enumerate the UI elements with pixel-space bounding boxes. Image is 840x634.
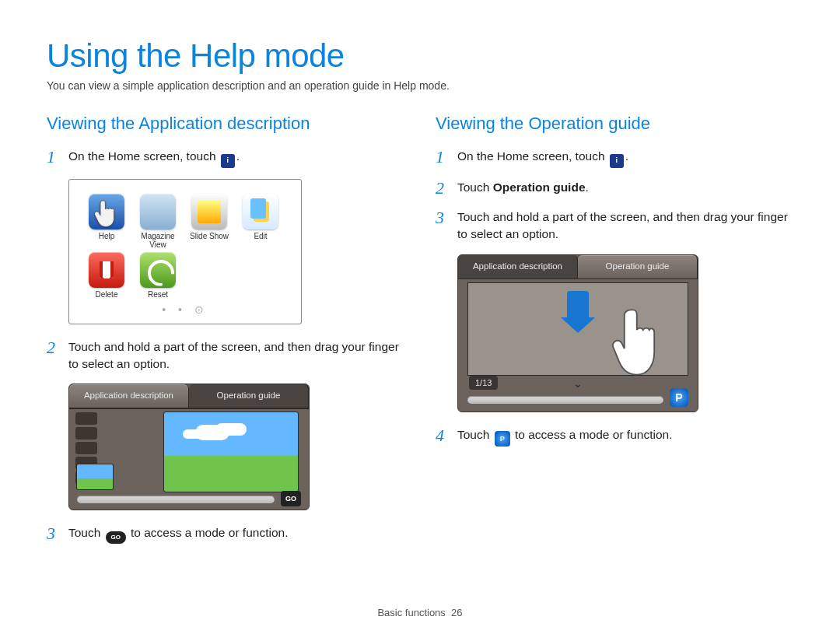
app-delete[interactable]: Delete — [85, 252, 128, 299]
step-text-pre: On the Home screen, touch — [68, 149, 219, 163]
page-footer: Basic functions 26 — [0, 607, 840, 618]
right-step-2: 2 Touch Operation guide. — [436, 179, 793, 198]
go-icon: GO — [106, 531, 126, 544]
app-label: Edit — [239, 232, 282, 240]
step-text-pre: On the Home screen, touch — [457, 149, 608, 163]
guide-icon: i — [610, 154, 624, 168]
app-magazine-view[interactable]: Magazine View — [136, 194, 180, 249]
trash-icon — [89, 252, 124, 288]
col-left: Viewing the Application description 1 On… — [47, 114, 404, 555]
app-label: Magazine View — [136, 232, 180, 249]
step-text-bold: Operation guide — [493, 180, 586, 194]
step-text: Touch Operation guide. — [457, 179, 793, 196]
step-number: 4 — [436, 426, 457, 445]
app-label: Slide Show — [187, 232, 231, 240]
tab-operation-guide[interactable]: Operation guide — [578, 255, 698, 279]
guide-area: 1/13 ⌄ P — [458, 279, 698, 412]
figure-operation-guide: Application description Operation guide … — [457, 254, 698, 412]
step-number: 2 — [436, 179, 457, 198]
figure-app-description: Application description Operation guide … — [68, 384, 310, 510]
step-number: 1 — [436, 148, 457, 166]
edit-icon — [243, 194, 278, 229]
app-help[interactable]: Help — [85, 194, 128, 249]
tab-app-description[interactable]: Application description — [69, 384, 189, 408]
app-grid: Help Magazine View Slide Show Edit Delet… — [85, 194, 285, 299]
strip-icon — [75, 412, 97, 425]
guide-frame — [467, 282, 688, 376]
app-label: Reset — [136, 290, 180, 299]
tab-app-description[interactable]: Application description — [458, 255, 578, 279]
step-number: 2 — [47, 338, 68, 357]
columns: Viewing the Application description 1 On… — [47, 114, 793, 555]
right-step-4: 4 Touch P to access a mode or function. — [436, 426, 793, 447]
step-text-post: . — [236, 149, 240, 163]
strip-icon — [75, 442, 97, 454]
step-number: 1 — [47, 148, 68, 166]
swipe-down-arrow-icon — [567, 291, 589, 317]
app-edit[interactable]: Edit — [239, 194, 282, 249]
step-number: 3 — [436, 208, 457, 227]
touch-hand-icon — [608, 305, 670, 375]
magazine-icon — [140, 194, 176, 229]
strip-icon — [75, 427, 97, 440]
heading-op-guide: Viewing the Operation guide — [436, 114, 793, 134]
step-text-post: to access a mode or function. — [512, 428, 673, 441]
page-intro: You can view a simple application descri… — [47, 79, 793, 92]
step-text: Touch P to access a mode or function. — [457, 426, 793, 447]
left-step-1: 1 On the Home screen, touch i. — [47, 148, 404, 168]
go-button[interactable]: GO — [281, 491, 301, 506]
preview-area: GO — [69, 408, 309, 510]
step-text-pre: Touch — [457, 428, 493, 441]
step-text-post: . — [625, 149, 628, 163]
app-label: Help — [85, 232, 128, 240]
left-step-3: 3 Touch GO to access a mode or function. — [47, 524, 404, 544]
chevron-down-icon[interactable]: ⌄ — [573, 377, 583, 390]
slider[interactable] — [77, 496, 275, 503]
page-title: Using the Help mode — [47, 37, 793, 75]
step-text: Touch and hold a part of the screen, and… — [68, 338, 404, 373]
page-indicator: 1/13 — [469, 376, 498, 390]
col-right: Viewing the Operation guide 1 On the Hom… — [436, 114, 793, 555]
left-step-2: 2 Touch and hold a part of the screen, a… — [47, 338, 404, 373]
footer-page: 26 — [451, 607, 462, 618]
heading-app-desc: Viewing the Application description — [47, 114, 404, 134]
app-reset[interactable]: Reset — [136, 252, 180, 299]
tab-operation-guide[interactable]: Operation guide — [189, 384, 309, 408]
step-text-post: . — [586, 180, 589, 194]
thumbnail-image — [77, 464, 113, 489]
footer-section: Basic functions — [377, 607, 445, 618]
step-text-pre: Touch — [68, 526, 104, 539]
reset-icon — [140, 252, 176, 288]
slideshow-icon — [191, 194, 227, 229]
guide-icon: i — [221, 154, 235, 168]
p-mode-icon: P — [495, 431, 510, 447]
step-text: On the Home screen, touch i. — [68, 148, 404, 168]
p-mode-button[interactable]: P — [670, 388, 688, 407]
step-text-post: to access a mode or function. — [128, 526, 289, 539]
app-label: Delete — [85, 290, 128, 299]
figure-home-screen: Help Magazine View Slide Show Edit Delet… — [68, 179, 302, 324]
step-number: 3 — [47, 524, 68, 543]
page-dots: • • ⊙ — [85, 303, 285, 316]
step-text: Touch GO to access a mode or function. — [68, 524, 404, 544]
right-step-3: 3 Touch and hold a part of the screen, a… — [436, 208, 793, 243]
tabs: Application description Operation guide — [458, 255, 698, 279]
step-text: On the Home screen, touch i. — [457, 148, 793, 168]
slider[interactable] — [467, 396, 663, 404]
right-step-1: 1 On the Home screen, touch i. — [436, 148, 793, 168]
tabs: Application description Operation guide — [69, 384, 309, 408]
preview-image — [164, 412, 298, 492]
step-text: Touch and hold a part of the screen, and… — [457, 208, 793, 243]
app-slide-show[interactable]: Slide Show — [187, 194, 231, 249]
step-text-pre: Touch — [457, 180, 493, 194]
help-icon — [89, 194, 124, 229]
